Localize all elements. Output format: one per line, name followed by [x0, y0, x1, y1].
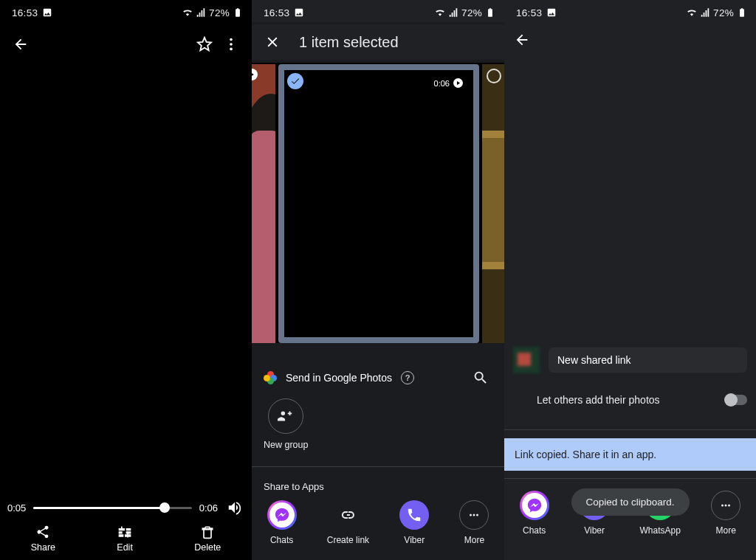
seek-bar[interactable] [33, 507, 191, 509]
let-others-label: Let others add their photos [537, 394, 725, 406]
battery-icon [485, 7, 495, 18]
share-action[interactable]: Share [31, 525, 55, 553]
time-current: 0:05 [7, 502, 26, 514]
signal-icon [448, 7, 458, 18]
viber-icon [399, 500, 429, 530]
status-battery-pct: 72% [713, 7, 734, 18]
share-label: Share [31, 542, 55, 553]
share-create-link[interactable]: Create link [327, 500, 369, 545]
share-apps-row: Chats Create link Viber More [252, 500, 504, 545]
google-photos-icon [264, 371, 277, 384]
picture-icon [546, 7, 557, 18]
close-button[interactable] [259, 29, 286, 55]
trash-icon [200, 525, 215, 539]
status-time: 16:53 [264, 7, 289, 18]
back-button[interactable] [7, 31, 34, 58]
toast: Copied to clipboard. [571, 488, 689, 516]
svg-point-5 [476, 514, 478, 516]
video-player-panel: 16:53 72% 0:05 0:06 Share Edit [0, 0, 252, 560]
wifi-icon [687, 7, 697, 18]
edit-label: Edit [117, 542, 133, 553]
delete-action[interactable]: Delete [194, 525, 221, 553]
video-header [0, 30, 252, 59]
send-label: Send in Google Photos [286, 372, 392, 384]
svg-point-7 [721, 505, 724, 507]
share-more[interactable]: More [459, 500, 489, 545]
more-icon [459, 500, 489, 530]
wifi-icon [182, 7, 193, 18]
chats-label: Chats [523, 525, 546, 536]
svg-point-9 [728, 505, 730, 507]
status-bar: 16:53 72% [252, 0, 504, 22]
send-google-photos-row[interactable]: Send in Google Photos ? [252, 362, 504, 394]
share-to-apps-title: Share to Apps [264, 481, 324, 492]
share-chats[interactable]: Chats [520, 491, 549, 536]
link-copied-banner: Link copied. Share it in an app. [504, 438, 756, 471]
messenger-icon [267, 500, 297, 530]
battery-icon [233, 7, 243, 18]
status-battery-pct: 72% [461, 7, 482, 18]
messenger-icon [520, 491, 549, 520]
battery-icon [737, 7, 747, 18]
duration-badge: 0:06 [434, 78, 463, 88]
share-chats[interactable]: Chats [267, 500, 297, 545]
create-link-label: Create link [327, 535, 369, 545]
volume-button[interactable] [225, 498, 244, 517]
wifi-icon [435, 7, 445, 18]
status-bar: 16:53 72% [504, 0, 756, 22]
status-time: 16:53 [516, 7, 542, 18]
search-button[interactable] [467, 364, 494, 391]
selection-title: 1 item selected [299, 34, 399, 51]
play-icon [252, 69, 258, 80]
more-button[interactable] [218, 31, 244, 58]
picture-icon [42, 7, 52, 18]
svg-point-1 [230, 43, 233, 46]
new-group-button[interactable]: New group [264, 398, 308, 450]
share-more[interactable]: More [711, 491, 740, 536]
thumb-prev[interactable] [252, 64, 275, 343]
let-others-toggle[interactable] [725, 395, 747, 405]
whatsapp-label: WhatsApp [640, 525, 681, 536]
svg-point-4 [473, 514, 475, 516]
gallery-strip[interactable]: 0:06 [252, 63, 504, 343]
shared-thumb [513, 347, 540, 373]
back-button[interactable] [509, 27, 535, 53]
svg-point-0 [230, 38, 233, 41]
unchecked-icon [487, 69, 501, 83]
svg-point-2 [230, 48, 233, 51]
selection-share-panel: 16:53 72% 1 item selected 0:06 [252, 0, 504, 560]
edge-artifact [0, 430, 4, 435]
more-label: More [716, 525, 736, 536]
selection-header: 1 item selected [252, 24, 504, 60]
delete-label: Delete [194, 542, 221, 553]
new-shared-link-label: New shared link [549, 348, 747, 373]
link-created-panel: 16:53 72% New shared link Let others add… [504, 0, 756, 560]
help-icon[interactable]: ? [401, 371, 414, 384]
link-icon [333, 500, 362, 530]
chats-label: Chats [270, 535, 293, 545]
signal-icon [196, 7, 206, 18]
edit-icon [117, 525, 132, 539]
new-group-label: New group [264, 440, 308, 450]
group-add-icon [278, 408, 294, 424]
play-icon [453, 78, 463, 88]
svg-point-3 [470, 514, 472, 516]
thumb-selected[interactable]: 0:06 [278, 64, 479, 343]
time-total: 0:06 [199, 502, 218, 514]
svg-point-8 [725, 505, 727, 507]
edit-action[interactable]: Edit [117, 525, 133, 553]
status-bar: 16:53 72% [0, 0, 252, 22]
let-others-row: Let others add their photos [537, 394, 747, 406]
share-icon [35, 525, 50, 539]
video-controls: 0:05 0:06 [0, 498, 252, 517]
more-label: More [464, 535, 484, 545]
shared-link-row[interactable]: New shared link [513, 347, 747, 373]
share-viber[interactable]: Viber [399, 500, 429, 545]
star-button[interactable] [191, 31, 218, 58]
bottom-actions: Share Edit Delete [0, 517, 252, 560]
divider [504, 478, 756, 479]
status-time: 16:53 [12, 7, 38, 18]
thumb-next[interactable] [482, 64, 504, 343]
signal-icon [700, 7, 710, 18]
viber-label: Viber [404, 535, 425, 545]
